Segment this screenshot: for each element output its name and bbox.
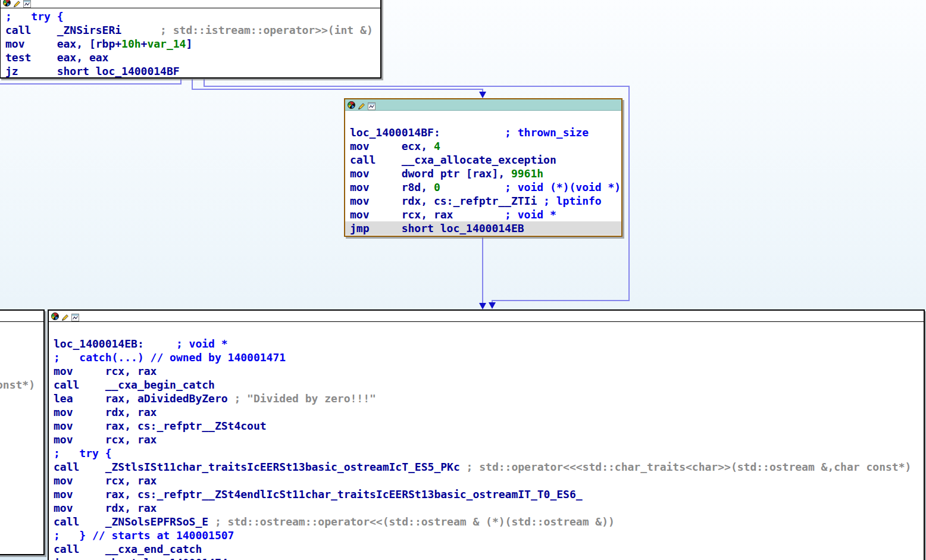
graph-node-catch-block[interactable]: loc_1400014EB: ; void *; catch(...) // o… (48, 309, 925, 560)
graph-node-throw-exception[interactable]: loc_1400014BF: ; thrown_sizemov ecx, 4ca… (344, 98, 622, 237)
edit-icon[interactable] (13, 0, 21, 7)
node-titlebar[interactable] (345, 99, 621, 111)
edit-icon[interactable] (61, 312, 69, 320)
code-token[interactable]: ; void (*)(void *) (505, 181, 621, 193)
code-token[interactable]: call __cxa_allocate_exception (350, 154, 556, 166)
code-token[interactable] (440, 181, 505, 193)
code-token[interactable]: 4 (434, 140, 440, 152)
color-wheel-icon[interactable] (348, 101, 355, 109)
graph-icon[interactable] (368, 101, 376, 109)
code-line[interactable]: mov rdx, cs:_refptr__ZTIi ; lptinfo (345, 194, 621, 208)
code-line[interactable]: mov rcx, rax (49, 364, 924, 378)
code-line[interactable]: call __cxa_begin_catch (49, 378, 924, 392)
code-line[interactable]: call _ZNSirsERi ; std::istream::operator… (1, 23, 380, 37)
code-token[interactable]: mov eax, [rbp+ (5, 37, 121, 50)
code-line[interactable]: mov r8d, 0 ; void (*)(void *) (345, 180, 621, 194)
code-line[interactable] (0, 337, 43, 351)
code-token[interactable]: loc_1400014EB: (54, 337, 144, 350)
code-line[interactable]: call _ZStlsISt11char_traitsIcEERSt13basi… (49, 460, 924, 474)
code-line[interactable]: loc_1400014EB: ; void * (49, 337, 924, 351)
code-line[interactable]: mov rcx, rax (49, 433, 924, 446)
code-line[interactable]: ; } // starts at 140001507 (49, 528, 924, 542)
code-token[interactable]: lea rax, aDividedByZero (54, 392, 234, 405)
code-token[interactable]: test eax, eax (5, 51, 108, 64)
code-token[interactable]: ; std::istream::operator>>(int &) (160, 24, 373, 36)
code-token[interactable]: mov rdx, cs:_refptr__ZTIi (350, 195, 543, 207)
code-token[interactable]: ; thrown_size (505, 126, 589, 139)
code-token[interactable]: 9961h (511, 167, 543, 180)
code-line[interactable]: jmp short loc_1400014EB (345, 221, 621, 235)
graph-node-partial[interactable]: onst*) (0, 309, 45, 555)
code-line[interactable]: call __cxa_allocate_exception (345, 153, 621, 167)
code-line[interactable]: lea rax, aDividedByZero ; "Divided by ze… (49, 392, 924, 405)
code-token[interactable]: onst*) (0, 378, 35, 391)
code-token[interactable]: jmp short loc_140001474 (54, 556, 228, 560)
code-line[interactable] (0, 351, 43, 364)
node-titlebar[interactable] (0, 311, 43, 322)
code-token[interactable] (144, 337, 176, 350)
graph-icon[interactable] (71, 312, 79, 320)
code-line[interactable]: jmp short loc_140001474 (49, 556, 924, 560)
code-line[interactable] (49, 323, 924, 337)
code-token[interactable]: mov rdx, rax (54, 502, 157, 514)
edit-icon[interactable] (358, 101, 365, 109)
code-token[interactable]: jz short loc_1400014BF (5, 65, 180, 77)
code-token[interactable]: ; } // starts at 140001507 (54, 529, 234, 542)
code-line[interactable]: mov rcx, rax (49, 474, 924, 487)
code-line[interactable]: mov rcx, rax ; void * (345, 208, 621, 221)
code-token[interactable]: ; try { (54, 447, 112, 459)
node-titlebar[interactable] (1, 0, 380, 8)
code-token[interactable]: ; std::ostream::operator<<(std::ostream … (215, 515, 615, 528)
code-token[interactable]: mov rax, cs:_refptr__ZSt4endlIcSt11char_… (54, 488, 583, 500)
code-line[interactable]: mov rax, cs:_refptr__ZSt4cout (49, 419, 924, 433)
code-token[interactable]: mov rdx, rax (54, 406, 157, 418)
code-line[interactable]: onst*) (0, 378, 43, 392)
code-line[interactable]: ; try { (1, 10, 380, 23)
code-token[interactable]: ; void * (176, 337, 228, 350)
code-line[interactable] (345, 112, 621, 126)
code-token[interactable]: mov rcx, rax (54, 433, 157, 446)
graph-node-try-block[interactable]: ; try {call _ZNSirsERi ; std::istream::o… (0, 0, 381, 79)
code-line[interactable] (0, 323, 43, 337)
code-token[interactable]: ; void * (505, 208, 556, 221)
code-token[interactable]: + (141, 37, 148, 50)
code-token[interactable]: ; "Divided by zero!!!" (234, 392, 376, 405)
code-token[interactable]: ] (186, 37, 192, 50)
code-token[interactable]: mov ecx, (350, 140, 434, 152)
code-token[interactable]: call _ZNSolsEPFRSoS_E (54, 515, 215, 528)
code-line[interactable]: mov ecx, 4 (345, 139, 621, 153)
code-token[interactable]: mov rcx, rax (54, 365, 157, 377)
code-line[interactable]: call __cxa_end_catch (49, 542, 924, 556)
code-token[interactable]: ; try { (5, 10, 64, 23)
code-token[interactable] (440, 126, 505, 139)
code-line[interactable]: mov rdx, rax (49, 405, 924, 419)
code-token[interactable]: mov rax, cs:_refptr__ZSt4cout (54, 420, 267, 432)
graph-icon[interactable] (23, 0, 31, 7)
code-line[interactable]: call _ZNSolsEPFRSoS_E ; std::ostream::op… (49, 515, 924, 528)
code-token[interactable]: call __cxa_begin_catch (54, 378, 215, 391)
code-token[interactable]: ; lptinfo (543, 195, 602, 207)
code-token[interactable]: 0 (434, 181, 440, 193)
code-line[interactable]: ; try { (49, 446, 924, 460)
code-token[interactable]: jmp short loc_1400014EB (350, 222, 524, 234)
code-token[interactable]: ; std::operator<<<std::char_traits<char>… (467, 461, 912, 473)
ida-graph-canvas[interactable]: { "app": {"view": "ida-pro-graph-view"},… (0, 0, 926, 560)
code-line[interactable] (0, 364, 43, 378)
color-wheel-icon[interactable] (3, 0, 11, 7)
code-token[interactable]: call __cxa_end_catch (54, 543, 202, 555)
color-wheel-icon[interactable] (51, 312, 59, 320)
code-token[interactable]: mov r8d, (350, 181, 434, 193)
code-line[interactable]: loc_1400014BF: ; thrown_size (345, 126, 621, 139)
code-line[interactable]: test eax, eax (1, 51, 380, 64)
code-token[interactable]: call _ZNSirsERi (5, 24, 160, 36)
code-token[interactable]: call _ZStlsISt11char_traitsIcEERSt13basi… (54, 461, 467, 473)
code-token[interactable]: mov dword ptr [rax], (350, 167, 511, 180)
code-token[interactable]: ; catch(...) // owned by 140001471 (54, 351, 286, 364)
code-token[interactable]: var_14 (147, 37, 186, 50)
code-token[interactable]: mov rcx, rax (54, 474, 157, 487)
code-line[interactable]: mov eax, [rbp+10h+var_14] (1, 37, 380, 51)
code-token[interactable]: 10h (121, 37, 141, 50)
code-line[interactable]: mov rax, cs:_refptr__ZSt4endlIcSt11char_… (49, 487, 924, 501)
code-token[interactable]: mov rcx, rax (350, 208, 505, 221)
node-titlebar[interactable] (49, 311, 924, 322)
